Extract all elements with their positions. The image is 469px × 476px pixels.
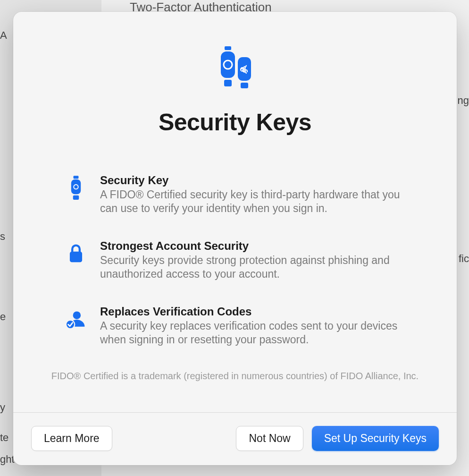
feature-title: Strongest Account Security bbox=[100, 239, 419, 253]
background-left-fragment: e bbox=[0, 311, 6, 323]
footer-right-buttons: Not Now Set Up Security Keys bbox=[236, 426, 439, 451]
svg-point-13 bbox=[66, 320, 75, 329]
feature-list: Security Key A FIDO® Certified security … bbox=[46, 174, 424, 347]
svg-rect-6 bbox=[241, 83, 248, 88]
svg-rect-3 bbox=[224, 80, 232, 86]
background-left-fragment: s bbox=[0, 230, 5, 243]
feature-account-security: Strongest Account Security Security keys… bbox=[65, 239, 419, 281]
svg-rect-11 bbox=[70, 252, 82, 263]
modal-body: Security Keys Security Key A FIDO® Certi… bbox=[13, 12, 457, 412]
svg-rect-8 bbox=[71, 179, 81, 194]
svg-rect-7 bbox=[74, 176, 79, 178]
background-left-fragment: te bbox=[0, 432, 8, 444]
feature-description: A security key replaces verification cod… bbox=[100, 319, 419, 347]
not-now-button[interactable]: Not Now bbox=[236, 426, 303, 451]
svg-rect-0 bbox=[225, 46, 231, 50]
feature-content: Security Key A FIDO® Certified security … bbox=[100, 174, 419, 216]
lock-icon bbox=[65, 239, 87, 268]
feature-description: A FIDO® Certified security key is third-… bbox=[100, 188, 419, 216]
svg-point-12 bbox=[73, 311, 81, 319]
modal-footer: Learn More Not Now Set Up Security Keys bbox=[13, 412, 457, 465]
learn-more-button[interactable]: Learn More bbox=[31, 426, 112, 451]
security-keys-modal: Security Keys Security Key A FIDO® Certi… bbox=[13, 12, 457, 465]
feature-content: Replaces Verification Codes A security k… bbox=[100, 305, 419, 347]
svg-rect-10 bbox=[73, 196, 79, 200]
security-keys-hero-icon bbox=[211, 45, 259, 92]
feature-title: Security Key bbox=[100, 174, 419, 187]
security-key-icon bbox=[65, 174, 87, 202]
background-left-fragment: A bbox=[0, 29, 7, 42]
feature-description: Security keys provide strong protection … bbox=[100, 254, 419, 281]
feature-content: Strongest Account Security Security keys… bbox=[100, 239, 419, 281]
setup-security-keys-button[interactable]: Set Up Security Keys bbox=[312, 426, 439, 451]
background-right-fragment: fic bbox=[459, 253, 469, 265]
modal-title: Security Keys bbox=[159, 109, 311, 136]
feature-title: Replaces Verification Codes bbox=[100, 305, 419, 318]
person-checkmark-icon bbox=[65, 305, 87, 333]
feature-replaces-codes: Replaces Verification Codes A security k… bbox=[65, 305, 419, 347]
background-left-fragment: ght bbox=[0, 453, 15, 466]
background-left-fragment: y bbox=[0, 401, 5, 414]
background-right-fragment: ng bbox=[458, 94, 469, 107]
trademark-notice: FIDO® Certified is a trademark (register… bbox=[51, 371, 419, 382]
feature-security-key: Security Key A FIDO® Certified security … bbox=[65, 174, 419, 216]
